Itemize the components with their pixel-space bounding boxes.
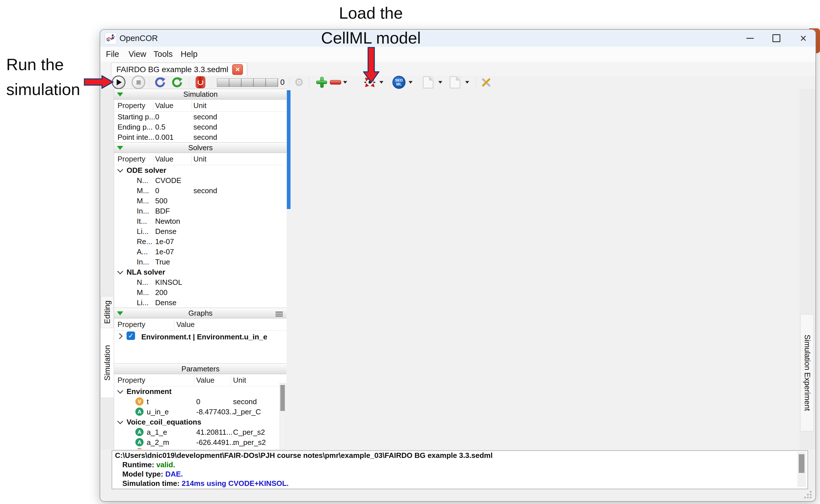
document-icon <box>450 76 460 89</box>
group-name: NLA solver <box>126 268 165 277</box>
cell-text: Ending p... <box>117 123 152 132</box>
sedml-export-button[interactable]: SEDML <box>392 76 405 89</box>
parameter-row[interactable]: Au_in_e-8.477403...J_per_C <box>114 407 287 417</box>
title-bar[interactable]: OpenCOR × <box>100 30 815 47</box>
section-solvers[interactable]: Solvers <box>114 142 287 153</box>
simulation-property-row[interactable]: Point inte...0.001second <box>114 132 287 142</box>
solver-property-row[interactable]: Li...Dense <box>114 226 287 236</box>
column-value: Value <box>196 376 215 385</box>
remove-graph-panel-dropdown[interactable] <box>343 81 347 84</box>
solver-property-row[interactable]: M...200 <box>114 287 287 298</box>
sidebar-tab-simulation-experiment[interactable]: Simulation Experiment <box>800 314 814 431</box>
parameters-scrollbar[interactable] <box>280 383 286 449</box>
tab-bar: FAIRDO BG example 3.3.sedml × <box>100 62 815 76</box>
close-button[interactable]: × <box>794 30 813 47</box>
solver-property-row[interactable]: M...0second <box>114 186 287 196</box>
menu-help[interactable]: Help <box>181 49 197 59</box>
group-row[interactable]: ODE solver <box>114 165 287 175</box>
simulation-property-row[interactable]: Ending p...0.5second <box>114 122 287 132</box>
collapse-arrow-icon[interactable] <box>117 311 123 315</box>
chevron-down-icon[interactable] <box>117 167 123 173</box>
cell-text: 0.001 <box>155 133 173 142</box>
solver-property-row[interactable]: In...True <box>114 257 287 267</box>
remove-graph-panel-button[interactable] <box>330 80 341 85</box>
sedml-dropdown[interactable] <box>409 81 413 84</box>
parameter-row[interactable]: Aa_2_m-626.4491...m_per_s2 <box>114 437 287 447</box>
sedml-icon: SEDML <box>392 76 405 89</box>
run-simulation-button[interactable] <box>112 76 125 89</box>
simulation-output[interactable]: C:\Users\dnic019\development\FAIR-DOs\PJ… <box>111 450 808 489</box>
tab-close-icon[interactable]: × <box>232 64 243 75</box>
maximize-button[interactable] <box>767 30 786 47</box>
right-arrow-icon <box>84 75 114 89</box>
solver-property-row[interactable]: A...1e-07 <box>114 247 287 257</box>
solver-property-row[interactable]: M...500 <box>114 196 287 206</box>
column-unit: Unit <box>233 376 246 385</box>
group-row[interactable]: Voice_coil_equations <box>114 417 287 427</box>
section-graphs[interactable]: Graphs <box>114 308 287 318</box>
model-type: Model type: DAE. <box>112 469 808 479</box>
clear-results-button[interactable] <box>195 76 205 88</box>
graph-row[interactable]: ✓Environment.t | Environment.u_in_e <box>114 331 287 343</box>
solver-property-row[interactable]: Li...Dense <box>114 298 287 308</box>
parameter-unit: second <box>233 397 257 406</box>
active-graph-panel-indicator <box>287 90 291 209</box>
reset-parameters-button[interactable] <box>154 76 166 89</box>
parameter-row[interactable]: Aa_1_e41.20811...C_per_s2 <box>114 427 287 437</box>
section-graphs-title: Graphs <box>188 309 213 318</box>
parameter-row[interactable]: Vt0second <box>114 397 287 407</box>
graph-checkbox[interactable]: ✓ <box>126 331 135 340</box>
menu-view[interactable]: View <box>128 49 146 59</box>
simulation-settings-button[interactable]: ⚙ <box>294 76 304 89</box>
menu-lines-icon[interactable] <box>276 311 283 318</box>
group-row[interactable]: Environment <box>114 386 287 397</box>
chevron-right-icon[interactable] <box>117 333 123 339</box>
cell-text: Newton <box>155 217 180 226</box>
collapse-arrow-icon[interactable] <box>117 146 123 150</box>
section-simulation[interactable]: Simulation <box>114 89 287 100</box>
simulation-property-row[interactable]: Starting p...0second <box>114 112 287 122</box>
solver-property-row[interactable]: N...CVODE <box>114 175 287 186</box>
annotation-load-line2: CellML model <box>295 25 447 50</box>
preferences-button[interactable] <box>480 76 492 89</box>
play-icon <box>117 79 122 85</box>
reload-file-button[interactable] <box>171 76 183 89</box>
cell-text: N... <box>137 176 148 185</box>
plus-icon <box>316 77 327 88</box>
export-graphs-button[interactable] <box>450 76 460 89</box>
group-name: ODE solver <box>126 166 166 175</box>
chevron-down-icon[interactable] <box>117 268 123 274</box>
collapse-arrow-icon[interactable] <box>117 92 123 96</box>
status-scrollbar[interactable] <box>797 452 806 487</box>
trash-icon <box>195 76 205 88</box>
export-data-dropdown[interactable] <box>438 81 442 84</box>
chevron-down-icon[interactable] <box>117 388 123 394</box>
scrollbar-thumb[interactable] <box>280 385 285 411</box>
sidebar-tab-editing[interactable]: Editing <box>101 296 114 328</box>
file-tab[interactable]: FAIRDO BG example 3.3.sedml × <box>111 63 247 76</box>
solver-property-row[interactable]: Re...1e-07 <box>114 236 287 247</box>
solver-property-row[interactable]: In...BDF <box>114 206 287 216</box>
parameter-row[interactable]: CBl6Js_per_C_m <box>114 447 287 449</box>
solver-property-row[interactable]: It...Newton <box>114 216 287 226</box>
parameter-value: 41.20811... <box>196 428 233 437</box>
export-data-button[interactable] <box>423 76 433 89</box>
cellml-dropdown[interactable] <box>379 81 383 84</box>
chevron-down-icon[interactable] <box>117 418 123 424</box>
solver-property-row[interactable]: N...KINSOL <box>114 277 287 287</box>
group-row[interactable]: NLA solver <box>114 267 287 277</box>
parameter-value: 6 <box>196 448 200 449</box>
resize-grip[interactable] <box>802 489 812 498</box>
menu-tools[interactable]: Tools <box>153 49 173 59</box>
cell-text: Dense <box>155 298 176 307</box>
annotation-run-line1: Run the <box>6 52 108 77</box>
minimize-button[interactable] <box>741 30 759 47</box>
cell-text: 0.5 <box>155 123 165 132</box>
section-parameters[interactable]: Parameters <box>114 363 287 374</box>
chevron-down-icon <box>438 81 442 84</box>
parameter-name: u_in_e <box>147 408 169 416</box>
sidebar-tab-simulation[interactable]: Simulation <box>101 328 114 398</box>
export-graphs-dropdown[interactable] <box>465 81 469 84</box>
add-graph-panel-button[interactable] <box>316 77 327 88</box>
stop-simulation-button[interactable] <box>132 76 145 89</box>
